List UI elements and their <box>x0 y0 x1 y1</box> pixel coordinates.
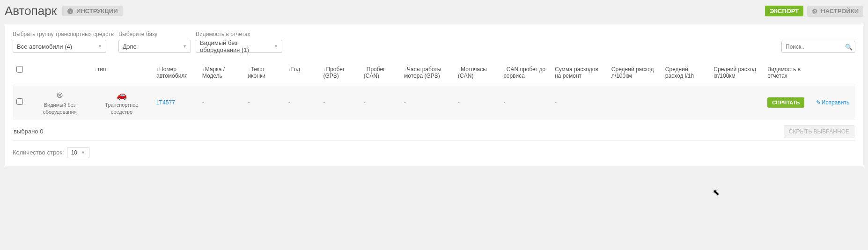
cell-repair-cost: - <box>551 86 608 119</box>
row-checkbox[interactable] <box>16 98 23 105</box>
rows-per-page-select[interactable]: 10 ▼ <box>67 147 89 158</box>
cell-year: - <box>285 86 320 119</box>
visibility-value: Видимый без оборудования (1) <box>200 39 270 53</box>
export-label: ЭКСПОРТ <box>770 7 799 15</box>
sort-icon: ↓ <box>156 67 159 72</box>
col-mileage-can[interactable]: ↓Пробег (CAN) <box>360 63 400 86</box>
base-value: Дэпо <box>123 43 137 50</box>
sort-icon: ↓ <box>404 67 406 72</box>
sort-icon: ↓ <box>458 67 460 72</box>
cursor-icon: ⬉ <box>713 187 720 198</box>
col-type[interactable]: ↓тип <box>91 63 153 86</box>
sort-icon: ↓ <box>95 67 97 72</box>
info-icon: i <box>67 8 74 15</box>
col-avg-kg100: Средний расход кг/100км <box>710 63 764 86</box>
caret-icon: ▼ <box>183 44 187 49</box>
instructions-label: ИНСТРУКЦИИ <box>76 7 118 15</box>
caret-icon: ▼ <box>274 44 278 49</box>
filter-visibility-label: Видимость в отчетах <box>196 31 282 37</box>
group-value: Все автомобили (4) <box>17 43 72 50</box>
cell-make: - <box>199 86 244 119</box>
col-engine-can[interactable]: ↓Моточасы (CAN) <box>454 63 500 86</box>
vehicle-number-link[interactable]: LT4577 <box>156 99 175 106</box>
col-report-visibility: Видимость в отчетах <box>764 63 812 86</box>
caret-icon: ▼ <box>98 44 102 49</box>
cell-can-service: - <box>500 86 551 119</box>
col-mileage-gps[interactable]: ↓Пробег (GPS) <box>320 63 360 86</box>
sort-icon: ↓ <box>324 67 326 72</box>
edit-link[interactable]: ✎ Исправить <box>816 99 849 106</box>
rows-per-page-label: Количество строк: <box>13 149 64 156</box>
search-icon: 🔍 <box>845 44 853 51</box>
edit-label: Исправить <box>822 99 849 106</box>
col-engine-gps[interactable]: ↓Часы работы мотора (GPS) <box>400 63 454 86</box>
pencil-icon: ✎ <box>816 99 821 106</box>
type-label: Транспортное средство <box>95 102 149 115</box>
caret-icon: ▼ <box>81 150 85 155</box>
select-all-checkbox[interactable] <box>16 66 23 73</box>
page-title: Автопарк <box>5 4 57 18</box>
search-input[interactable] <box>781 41 855 53</box>
cell-icon-text: - <box>244 86 285 119</box>
visibility-status-icon: ⊗ <box>56 90 63 101</box>
hide-selected-button[interactable]: СКРЫТЬ ВЫБРАННОЕ <box>784 125 854 138</box>
sort-icon: ↓ <box>288 67 291 72</box>
col-number[interactable]: ↓Номер автомобиля <box>153 63 199 86</box>
visibility-select[interactable]: Видимый без оборудования (1) ▼ <box>196 40 282 53</box>
cell-mileage-gps: - <box>320 86 360 119</box>
cell-mileage-can: - <box>360 86 400 119</box>
cell-engine-gps: - <box>400 86 454 119</box>
svg-text:i: i <box>70 9 71 14</box>
fleet-table: ↓тип ↓Номер автомобиля ↓Марка / Модель ↓… <box>13 63 855 119</box>
sort-icon: ↓ <box>504 67 506 72</box>
sort-icon: ↓ <box>364 67 366 72</box>
col-avg-l1h: Средний расход l/1h <box>662 63 710 86</box>
settings-label: НАСТРОЙКИ <box>821 7 859 15</box>
filter-base-label: Выберите базу <box>118 31 191 37</box>
settings-button[interactable]: ⚙ НАСТРОЙКИ <box>807 6 863 17</box>
gear-icon: ⚙ <box>812 7 818 15</box>
filter-group-label: Выбрать группу транспортных средств <box>13 31 114 37</box>
sort-icon: ↓ <box>202 67 205 72</box>
sort-icon: ↓ <box>248 67 250 72</box>
hide-selected-label: СКРЫТЬ ВЫБРАННОЕ <box>789 128 849 135</box>
rows-value: 10 <box>71 149 77 156</box>
col-can-service[interactable]: ↓CAN пробег до сервиса <box>500 63 551 86</box>
hide-label: СПРЯТАТЬ <box>772 100 800 105</box>
group-select[interactable]: Все автомобили (4) ▼ <box>13 40 106 53</box>
status-label: Видимый без оборудования <box>33 102 87 115</box>
col-avg-l100: Средний расход л/100км <box>608 63 662 86</box>
cell-engine-can: - <box>454 86 500 119</box>
col-icon-text[interactable]: ↓Текст иконки <box>244 63 285 86</box>
vehicle-icon: 🚗 <box>117 90 127 101</box>
table-row: ⊗ Видимый без оборудования 🚗 Транспортно… <box>13 86 855 119</box>
selected-count: выбрано 0 <box>14 128 43 135</box>
col-year[interactable]: ↓Год <box>285 63 320 86</box>
hide-button[interactable]: СПРЯТАТЬ <box>767 97 804 108</box>
col-repair-cost: Сумма расходов на ремонт <box>551 63 608 86</box>
instructions-button[interactable]: i ИНСТРУКЦИИ <box>62 6 122 16</box>
export-button[interactable]: ЭКСПОРТ <box>765 6 803 16</box>
main-panel: Выбрать группу транспортных средств Все … <box>5 24 863 166</box>
col-make[interactable]: ↓Марка / Модель <box>199 63 244 86</box>
base-select[interactable]: Дэпо ▼ <box>118 40 191 53</box>
